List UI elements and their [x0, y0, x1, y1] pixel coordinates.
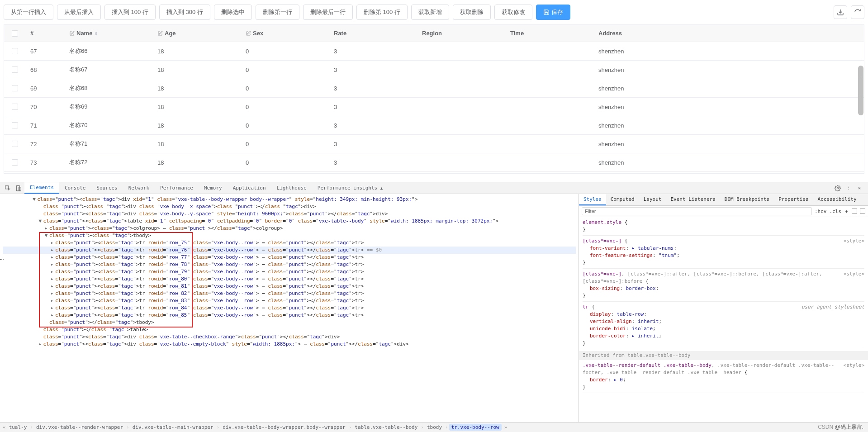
side-tab-properties[interactable]: Properties: [774, 194, 813, 205]
dt-tab-sources[interactable]: Sources: [91, 183, 123, 193]
crumb[interactable]: div.vxe-table--render-wrapper: [34, 424, 125, 431]
toolbar-btn-6[interactable]: 删除最后一行: [303, 5, 353, 20]
dt-tab-performance-insights[interactable]: Performance insights ▲: [312, 183, 389, 193]
dt-tab-network[interactable]: Network: [123, 183, 155, 193]
dom-line[interactable]: class="punct"><class="tagc">div class="v…: [3, 333, 576, 341]
row-checkbox[interactable]: [12, 85, 18, 91]
side-tab-computed[interactable]: Computed: [606, 194, 639, 205]
side-tab-layout[interactable]: Layout: [639, 194, 666, 205]
styles-rules[interactable]: element.style {}<style>[class*=vxe-] {fo…: [579, 217, 868, 422]
row-checkbox[interactable]: [12, 159, 18, 166]
crumb[interactable]: table.vxe-table--body: [352, 424, 420, 431]
devtools-close-icon[interactable]: ✕: [854, 183, 864, 193]
side-tab-accessibility[interactable]: Accessibility: [813, 194, 861, 205]
more-frames-icon[interactable]: ⋯: [0, 256, 4, 263]
dt-tab-application[interactable]: Application: [228, 183, 271, 193]
toolbar-btn-10[interactable]: 获取修改: [494, 5, 532, 20]
toolbar-btn-5[interactable]: 删除第一行: [256, 5, 299, 20]
col-header-name[interactable]: Name▲▼: [65, 25, 153, 42]
add-rule-icon[interactable]: ＋: [844, 208, 849, 215]
dom-line[interactable]: ▸class="punct"><class="tagc">colgroup> ⋯…: [3, 225, 576, 232]
crumb[interactable]: tr.vxe-body--row: [449, 424, 502, 431]
col-header-time[interactable]: Time: [506, 25, 594, 42]
toolbar-btn-4[interactable]: 删除选中: [214, 5, 252, 20]
dom-line[interactable]: class="punct"><class="tagc">div class="v…: [3, 203, 576, 210]
toolbar-btn-2[interactable]: 插入到 100 行: [104, 5, 156, 20]
dom-line[interactable]: ▼class="punct"><class="tagc">tbody>: [3, 232, 576, 239]
table-row[interactable]: 70 名称69 18 0 3 shenzhen: [4, 98, 864, 116]
row-checkbox[interactable]: [12, 66, 18, 73]
save-button[interactable]: 保存: [536, 5, 570, 20]
row-checkbox[interactable]: [12, 122, 18, 128]
hov-toggle[interactable]: :hov: [815, 209, 827, 214]
table-row[interactable]: 67 名称66 18 0 3 shenzhen: [4, 42, 864, 61]
crumb[interactable]: div.vxe-table--main-wrapper: [130, 424, 216, 431]
dt-tab-performance[interactable]: Performance: [155, 183, 199, 193]
col-header-region[interactable]: Region: [417, 25, 506, 42]
dom-line[interactable]: ▸class="punct"><class="tagc">tr rowid="r…: [3, 239, 576, 247]
dt-tab-lighthouse[interactable]: Lighthouse: [271, 183, 312, 193]
dom-line[interactable]: ▸class="punct"><class="tagc">tr rowid="r…: [3, 261, 576, 268]
computed-box-icon[interactable]: [852, 209, 857, 214]
dom-line[interactable]: ▸class="punct"><class="tagc">tr rowid="r…: [3, 283, 576, 290]
table-row[interactable]: 69 名称68 18 0 3 shenzhen: [4, 79, 864, 98]
dom-line[interactable]: ▸class="punct"><class="tagc">tr rowid="r…: [3, 247, 576, 254]
dt-tab-elements[interactable]: Elements: [24, 182, 59, 194]
toolbar-btn-8[interactable]: 获取新增: [411, 5, 449, 20]
dom-line[interactable]: ▼class="punct"><class="tagc">div xid="1"…: [3, 196, 576, 203]
side-tab-styles[interactable]: Styles: [579, 194, 606, 205]
toolbar-btn-7[interactable]: 删除第 100 行: [356, 5, 408, 20]
export-button[interactable]: [834, 5, 847, 19]
side-tab-event-listeners[interactable]: Event Listeners: [666, 194, 720, 205]
dt-tab-memory[interactable]: Memory: [199, 183, 228, 193]
sort-icon[interactable]: ▲▼: [94, 31, 98, 36]
devtools-more-icon[interactable]: ⋮: [844, 183, 854, 193]
dom-line[interactable]: ▸class="punct"><class="tagc">tr rowid="r…: [3, 268, 576, 275]
row-checkbox[interactable]: [12, 141, 18, 147]
dom-line[interactable]: ▸class="punct"><class="tagc">tr rowid="r…: [3, 297, 576, 304]
dom-line[interactable]: class="punct"></class="tagc">table>: [3, 326, 576, 333]
dom-line[interactable]: ▸class="punct"><class="tagc">div class="…: [3, 341, 576, 348]
refresh-button[interactable]: [851, 5, 864, 19]
table-row[interactable]: 73 名称72 18 0 3 shenzhen: [4, 153, 864, 172]
breadcrumbs[interactable]: « tual-y›div.vxe-table--render-wrapper›d…: [0, 422, 868, 432]
select-all-checkbox[interactable]: [12, 30, 18, 37]
dom-line[interactable]: ▸class="punct"><class="tagc">tr rowid="r…: [3, 254, 576, 261]
table-body[interactable]: 67 名称66 18 0 3 shenzhen 68 名称67 18 0 3 s…: [4, 42, 864, 173]
dom-tree[interactable]: ⋯ ▼class="punct"><class="tagc">div xid="…: [0, 194, 579, 422]
dom-line[interactable]: class="punct"></class="tagc">tbody>: [3, 319, 576, 326]
col-header-sex[interactable]: Sex: [241, 25, 329, 42]
device-toggle-icon[interactable]: [14, 183, 24, 193]
toolbar-btn-3[interactable]: 插入到 300 行: [159, 5, 210, 20]
cls-toggle[interactable]: .cls: [830, 209, 842, 214]
crumb[interactable]: tual-y: [7, 424, 29, 431]
side-tab-dom-breakpoints[interactable]: DOM Breakpoints: [720, 194, 774, 205]
scrollbar-thumb[interactable]: [858, 66, 863, 115]
dom-line[interactable]: class="punct"><class="tagc">div class="v…: [3, 210, 576, 218]
table-row[interactable]: 72 名称71 18 0 3 shenzhen: [4, 135, 864, 153]
col-header-index[interactable]: #: [26, 25, 65, 42]
col-header-rate[interactable]: Rate: [329, 25, 417, 42]
vertical-scrollbar[interactable]: [858, 25, 864, 173]
dom-line[interactable]: ▸class="punct"><class="tagc">tr rowid="r…: [3, 312, 576, 319]
inspect-element-icon[interactable]: [3, 183, 13, 193]
table-row[interactable]: 71 名称70 18 0 3 shenzhen: [4, 116, 864, 135]
table-row[interactable]: 68 名称67 18 0 3 shenzhen: [4, 61, 864, 79]
toolbar-btn-1[interactable]: 从最后插入: [57, 5, 101, 20]
dom-line[interactable]: ▸class="punct"><class="tagc">tr rowid="r…: [3, 304, 576, 312]
toolbar-btn-0[interactable]: 从第一行插入: [4, 5, 53, 20]
dom-line[interactable]: ▼class="punct"><class="tagc">table xid="…: [3, 218, 576, 225]
col-header-age[interactable]: Age: [153, 25, 241, 42]
row-checkbox[interactable]: [12, 48, 18, 54]
crumb[interactable]: tbody: [425, 424, 444, 431]
toolbar-btn-9[interactable]: 获取删除: [453, 5, 491, 20]
styles-filter-input[interactable]: [582, 207, 812, 215]
row-checkbox[interactable]: [12, 104, 18, 110]
flex-overlay-icon[interactable]: [860, 209, 865, 214]
dt-tab-console[interactable]: Console: [59, 183, 91, 193]
col-header-address[interactable]: Address: [594, 25, 864, 42]
devtools-settings-icon[interactable]: [833, 183, 843, 193]
dom-line[interactable]: ▸class="punct"><class="tagc">tr rowid="r…: [3, 275, 576, 283]
dom-line[interactable]: ▸class="punct"><class="tagc">tr rowid="r…: [3, 290, 576, 297]
crumb[interactable]: div.vxe-table--body-wrapper.body--wrappe…: [220, 424, 348, 431]
